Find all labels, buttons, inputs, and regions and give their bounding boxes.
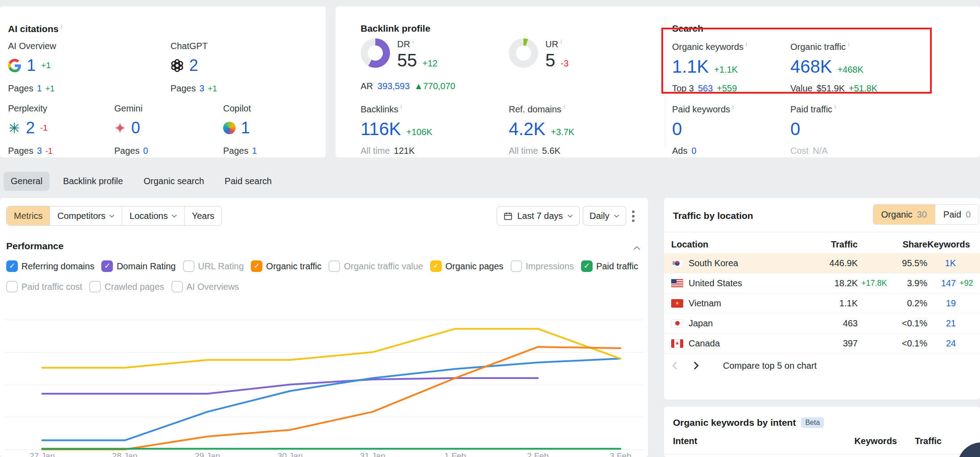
search-title: Search: [672, 23, 703, 34]
metric-checkbox-url-rating[interactable]: URL Rating: [183, 260, 244, 272]
toggle-paid[interactable]: Paid 0: [935, 205, 979, 224]
paid-keywords-stat: Paid keywords 0 Ads 0: [672, 103, 734, 156]
paid-keywords-value[interactable]: 0: [672, 120, 682, 138]
organic-traffic-value[interactable]: 468K: [790, 58, 832, 75]
column-traffic: Traffic: [809, 239, 858, 250]
keywords-count[interactable]: 1K: [927, 258, 956, 268]
gemini-value[interactable]: 0: [131, 120, 140, 136]
more-options-kebab-icon[interactable]: [632, 210, 635, 224]
perplexity-value[interactable]: 2: [26, 120, 35, 136]
organic-paid-toggle: Organic 30 Paid 0: [873, 204, 979, 225]
south-korea-flag: [671, 259, 683, 268]
ar-value[interactable]: 393,593: [378, 81, 410, 91]
tab-general[interactable]: General: [4, 172, 50, 191]
x-tick-label: 1 Feb: [444, 451, 466, 457]
granularity-label: Daily: [590, 211, 609, 221]
calendar-icon: [503, 211, 513, 221]
table-row-south-korea[interactable]: South Korea 446.9K 95.5% 1K: [664, 253, 980, 273]
location-name: Canada: [689, 338, 720, 349]
keywords-count[interactable]: 19: [927, 298, 956, 309]
value-label: Value: [790, 83, 813, 94]
metrics-label: Metrics: [14, 211, 42, 221]
table-row-united-states[interactable]: United States 18.2K +17.8K 3.9% 147 +92: [664, 273, 980, 293]
united-states-flag: [671, 279, 683, 288]
chevron-down-icon: [171, 214, 177, 218]
metric-checkbox-referring-domains[interactable]: Referring domains: [6, 260, 94, 272]
metric-label: Referring domains: [21, 261, 94, 272]
metric-checkbox-organic-traffic[interactable]: Organic traffic: [251, 260, 321, 272]
keywords-count[interactable]: 21: [927, 318, 956, 329]
metric-checkbox-organic-pages[interactable]: Organic pages: [430, 260, 503, 272]
performance-line-chart[interactable]: [4, 320, 644, 449]
pages-count[interactable]: 1: [37, 83, 42, 94]
table-row-japan[interactable]: Japan 463 <0.1% 21: [664, 313, 980, 333]
prev-page-chevron-icon[interactable]: [671, 361, 678, 370]
checkbox-icon: [6, 260, 18, 272]
metric-checkbox-domain-rating[interactable]: Domain Rating: [101, 260, 175, 272]
metrics-button[interactable]: Metrics: [7, 206, 50, 225]
ur-donut: [509, 38, 538, 68]
organic-keywords-value[interactable]: 1.1K: [672, 58, 709, 75]
checkbox-icon: [581, 260, 593, 272]
location-name: Japan: [689, 318, 713, 329]
paid-keywords-label: Paid keywords: [672, 103, 734, 115]
metric-checkbox-impressions[interactable]: Impressions: [511, 260, 574, 272]
metric-checkbox-ai-overviews[interactable]: AI Overviews: [171, 281, 239, 292]
tab-backlink-profile[interactable]: Backlink profile: [56, 172, 130, 191]
next-page-chevron-icon[interactable]: [693, 361, 700, 370]
paid-traffic-value[interactable]: 0: [790, 120, 800, 138]
copilot-value[interactable]: 1: [241, 120, 250, 136]
metric-label: Impressions: [526, 261, 574, 272]
collapse-chevron-up-icon[interactable]: [633, 243, 641, 253]
x-tick-label: 3 Feb: [610, 451, 631, 457]
tab-organic-search[interactable]: Organic search: [137, 172, 212, 191]
granularity-dropdown[interactable]: Daily: [583, 206, 626, 226]
metric-checkbox-paid-traffic[interactable]: Paid traffic: [581, 260, 638, 272]
pages-delta: -1: [46, 147, 53, 156]
table-row-canada[interactable]: Canada 397 <0.1% 24: [664, 333, 980, 354]
keywords-count[interactable]: 147: [927, 278, 956, 288]
cost-label: Cost: [790, 146, 809, 156]
cost-value: N/A: [813, 146, 827, 156]
table-row-vietnam[interactable]: Vietnam 1.1K 0.2% 19: [664, 293, 980, 313]
compare-top5-link[interactable]: Compare top 5 on chart: [723, 361, 817, 371]
metric-checkbox-row-1: Referring domains Domain Rating URL Rati…: [6, 260, 638, 272]
backlinks-value[interactable]: 116K: [361, 120, 401, 138]
metric-checkbox-paid-traffic-cost[interactable]: Paid traffic cost: [6, 281, 82, 292]
ref-domains-value[interactable]: 4.2K: [509, 120, 545, 138]
checkbox-icon: [6, 281, 18, 292]
pages-count[interactable]: 1: [252, 146, 257, 156]
metric-checkbox-crawled-pages[interactable]: Crawled pages: [89, 281, 164, 292]
alltime-value: 5.6K: [542, 146, 561, 156]
date-range-picker[interactable]: Last 7 days: [497, 206, 580, 226]
locations-dropdown[interactable]: Locations: [122, 206, 184, 225]
share-value: <0.1%: [892, 318, 927, 329]
backlinks-label: Backlinks: [361, 103, 432, 115]
pages-count[interactable]: 0: [143, 146, 148, 156]
ur-label: UR: [545, 39, 562, 49]
date-range-label: Last 7 days: [517, 211, 563, 221]
tab-paid-search[interactable]: Paid search: [217, 172, 279, 191]
pages-count[interactable]: 3: [199, 83, 204, 94]
ur-stat: UR 5 -3: [509, 38, 569, 69]
top3-value[interactable]: 563: [698, 83, 713, 94]
paid-traffic-label: Paid traffic: [790, 103, 836, 115]
years-button[interactable]: Years: [184, 206, 221, 225]
pages-label: Pages: [114, 146, 140, 156]
location-pager: Compare top 5 on chart: [671, 355, 817, 376]
traffic-value: 446.9K: [809, 258, 858, 268]
keywords-count[interactable]: 24: [927, 338, 956, 349]
toggle-organic[interactable]: Organic 30: [873, 205, 935, 224]
organic-traffic-label: Organic traffic: [790, 41, 877, 52]
chatgpt-value[interactable]: 2: [189, 58, 198, 74]
ai-overview-delta: +1: [41, 61, 51, 70]
competitors-dropdown[interactable]: Competitors: [50, 206, 122, 225]
pages-count[interactable]: 3: [37, 146, 42, 156]
ai-overview-value[interactable]: 1: [27, 58, 36, 74]
backlinks-delta: +106K: [406, 128, 432, 136]
location-name: Vietnam: [689, 298, 721, 309]
ai-citations-panel: AI citations AI Overview 1 +1 Pages 1: [0, 6, 326, 157]
canada-flag: [671, 339, 683, 348]
metric-checkbox-organic-traffic-value[interactable]: Organic traffic value: [328, 260, 423, 272]
ads-value[interactable]: 0: [691, 146, 696, 156]
